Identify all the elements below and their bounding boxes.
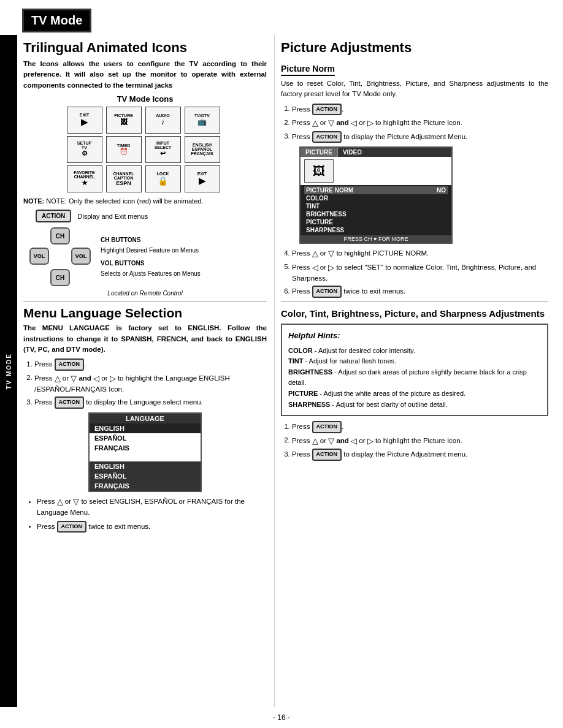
action-btn-r3: ACTION [312, 286, 342, 298]
action-btn-r2: ACTION [312, 131, 342, 143]
icon-exit2: EXIT ▶ [185, 165, 220, 192]
pic-step5: Press ◁ or ▷ to select "SET" to normaliz… [292, 262, 548, 284]
ch-down-btn: CH [50, 269, 70, 286]
step1: Press ACTION. [34, 358, 267, 371]
menu-lang-title: Menu Language Selection [23, 306, 267, 320]
section1-title: Trilingual Animated Icons [23, 40, 267, 56]
pic-adj-icon: 🖼 [304, 159, 334, 183]
icon-favorite: FAVORITE CHANNEL ★ [67, 165, 102, 192]
final-step1: Press ACTION. [292, 421, 548, 433]
pic-tab-picture: PICTURE [301, 148, 338, 157]
pic-adj-title: Picture Adjustments [281, 40, 548, 56]
remote-label: Located on Remote Control [23, 290, 267, 297]
action-btn-f1: ACTION [312, 421, 342, 433]
icon-exit1: EXIT ▶ [67, 107, 102, 134]
pic-tab-video: VIDEO [338, 148, 367, 157]
action-btn-inline1: ACTION [55, 358, 85, 371]
step2: Press △ or ▽ and ◁ or ▷ to highlight the… [34, 373, 267, 395]
note-label: NOTE: [23, 197, 44, 205]
vol-left-btn: VOL [29, 248, 49, 265]
step3: Press ACTION to display the Language sel… [34, 396, 267, 409]
note-text: NOTE: NOTE: Only the selected icon (red)… [23, 196, 267, 207]
menu-lang-body: The MENU LANGUAGE is factory set to ENGL… [23, 323, 267, 355]
hint-tint: TINT - Adjust for natural flesh tones. [288, 356, 541, 367]
lang-item-english1: ENGLISH [90, 423, 201, 433]
ch-buttons-title: CH BUTTONS [101, 237, 140, 243]
pic-norm-title: Picture Norm [281, 64, 335, 76]
tv-mode-sidebar: TV MODE [0, 35, 17, 707]
lang-item-francais1: FRANÇAIS [90, 443, 201, 453]
icon-caption: CHANNEL CAPTION ESPN [106, 165, 142, 192]
page-number: - 16 - [0, 713, 563, 722]
icons-section-title: TV Mode Icons [23, 94, 267, 104]
right-column: Picture Adjustments Picture Norm Use to … [275, 35, 557, 707]
icon-timed: TIMED ⏰ [106, 136, 142, 163]
vol-buttons-title: VOL BUTTONS [101, 260, 144, 267]
pic-step1: Press ACTION. [292, 104, 548, 116]
language-menu-box: LANGUAGE ENGLISH ESPAÑOL FRANÇAIS ENGLIS… [88, 412, 202, 492]
hint-picture: PICTURE - Adjust the white areas of the … [288, 389, 541, 400]
menu-lang-steps: Press ACTION. Press △ or ▽ and ◁ or ▷ to… [34, 358, 267, 409]
section1-body: The Icons allows the users to configure … [23, 59, 267, 91]
lang-menu-header: LANGUAGE [90, 414, 201, 423]
action-desc: Display and Exit menus [77, 213, 148, 220]
lang-item-english2: ENGLISH [90, 461, 201, 471]
helpful-hints-box: Helpful Hints: COLOR - Adjust for desire… [281, 324, 548, 416]
icons-grid: EXIT ▶ PICTURE 🖼 AUDIO ♪ TV/DTV 📺 [67, 107, 224, 192]
action-btn-f2: ACTION [312, 449, 342, 461]
pic-norm-body: Use to reset Color, Tint, Brightness, Pi… [281, 78, 548, 100]
hint-sharpness: SHARPNESS - Adjust for best clarity of o… [288, 400, 541, 411]
pic-step4: Press △ or ▽ to highlight PICTURE NORM. [292, 248, 548, 260]
ch-up-btn: CH [50, 227, 70, 245]
sidebar-label: TV MODE [6, 353, 12, 390]
hint-brightness: BRIGHTNESS - Adjust so dark areas of pic… [288, 367, 541, 389]
action-btn-inline2: ACTION [55, 396, 85, 409]
action-btn-r1: ACTION [312, 104, 342, 116]
left-column: Trilingual Animated Icons The Icons allo… [17, 35, 275, 707]
bullet1: Press △ or ▽ to select ENGLISH, ESPAÑOL … [37, 496, 267, 518]
icon-picture: PICTURE 🖼 [106, 107, 142, 134]
icon-tvdtv: TV/DTV 📺 [185, 107, 220, 134]
bullet-list: Press △ or ▽ to select ENGLISH, ESPAÑOL … [37, 496, 267, 533]
helpful-hints-title: Helpful Hints: [288, 330, 541, 343]
color-section-title: Color, Tint, Brightness, Picture, and Sh… [281, 307, 548, 320]
vol-buttons-desc: Selects or Ajusts Features on Menus [101, 268, 201, 279]
lang-item-espanol1: ESPAÑOL [90, 433, 201, 443]
pic-step3: Press ACTION to display the Picture Adju… [292, 131, 548, 143]
pic-adj-footer: PRESS CH ♥ FOR MORE [301, 235, 451, 243]
action-btn-inline3: ACTION [57, 521, 87, 533]
vol-right-btn: VOL [71, 248, 91, 265]
lang-item-francais2: FRANÇAIS [90, 481, 201, 491]
header-title: TV Mode [31, 13, 82, 27]
lang-item-espanol2: ESPAÑOL [90, 471, 201, 481]
action-button: ACTION [36, 210, 71, 222]
ch-buttons-desc: Highlight Desired Feature on Menus [101, 245, 201, 256]
page-header-bar: TV Mode [22, 9, 91, 32]
bullet2: Press ACTION twice to exit menus. [37, 521, 267, 533]
icon-english: ENGLISH ESPAÑOL FRANÇAIS [185, 136, 220, 163]
pic-norm-steps2: Press △ or ▽ to highlight PICTURE NORM. … [292, 248, 548, 298]
final-steps: Press ACTION. Press △ or ▽ and ◁ or ▷ to… [292, 421, 548, 461]
pic-norm-steps: Press ACTION. Press △ or ▽ and ◁ or ▷ to… [292, 104, 548, 143]
hint-color: COLOR - Adjust for desired color intensi… [288, 346, 541, 357]
pic-adj-menu-box: PICTURE VIDEO 🖼 PICTURE NORMNO [299, 146, 453, 244]
icon-input: INPUT SELECT ↩ [145, 136, 181, 163]
pic-step2: Press △ or ▽ and ◁ or ▷ to highlight the… [292, 117, 548, 129]
icon-lock: LOCK 🔒 [145, 165, 181, 192]
icon-audio: AUDIO ♪ [145, 107, 181, 134]
pic-adj-menu-items: PICTURE NORMNO COLOR TINT BRIGHTNESS PIC… [301, 185, 451, 235]
final-step3: Press ACTION to display the Picture Adju… [292, 449, 548, 461]
pic-step6: Press ACTION twice to exit menus. [292, 286, 548, 298]
icon-setup: SETUP TV ⚙ [67, 136, 102, 163]
final-step2: Press △ or ▽ and ◁ or ▷ to highlight the… [292, 435, 548, 447]
note-content: NOTE: Only the selected icon (red) will … [46, 197, 203, 205]
